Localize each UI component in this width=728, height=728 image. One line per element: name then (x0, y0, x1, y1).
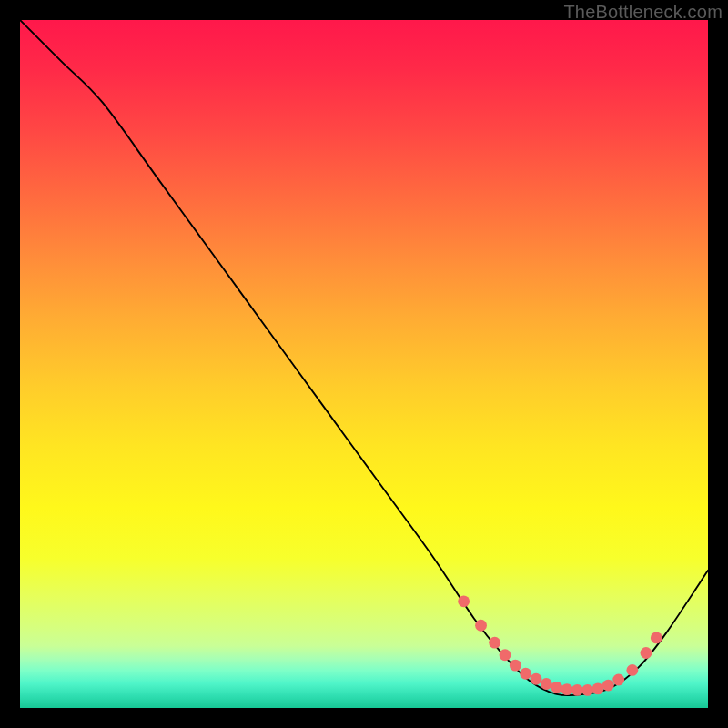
marker-dot (475, 620, 487, 632)
marker-dot (531, 673, 542, 685)
marker-dot (561, 683, 573, 695)
watermark-text: TheBottleneck.com (563, 2, 723, 23)
marker-dot (626, 664, 638, 676)
marker-dot (651, 632, 662, 643)
marker-dot (541, 678, 552, 690)
marker-dot (581, 684, 593, 696)
marker-dot (612, 674, 624, 686)
emphasis-markers (458, 595, 662, 695)
chart-svg (20, 20, 708, 708)
marker-dot (500, 649, 511, 661)
curve-line (20, 20, 708, 695)
marker-dot (641, 647, 652, 659)
marker-dot (551, 682, 562, 693)
marker-dot (520, 668, 531, 680)
marker-dot (602, 680, 614, 692)
marker-dot (489, 637, 500, 649)
marker-dot (592, 682, 604, 694)
chart-frame: TheBottleneck.com (0, 0, 728, 728)
marker-dot (458, 595, 470, 607)
plot-area (20, 20, 708, 708)
marker-dot (571, 684, 583, 696)
marker-dot (510, 660, 521, 672)
